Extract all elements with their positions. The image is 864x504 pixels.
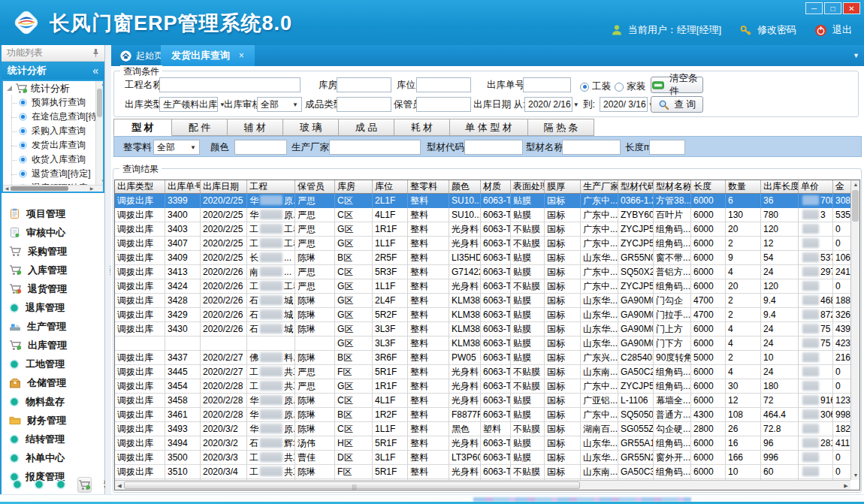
column-header[interactable]: 数量 <box>726 180 761 193</box>
tree-item[interactable]: 采购入库查询 <box>3 124 103 138</box>
column-header[interactable]: 表面处理 <box>511 180 545 193</box>
material-tab-4[interactable]: 玻 璃 <box>283 119 339 136</box>
keeper-input[interactable] <box>416 97 471 112</box>
sidebar-item-退库管理[interactable]: 退库管理 <box>2 298 104 317</box>
quick-dot-icon[interactable] <box>56 479 66 490</box>
tree-item[interactable]: 发货出库查询 <box>3 138 103 152</box>
column-header[interactable]: 库房 <box>335 180 373 193</box>
table-row[interactable]: 调拨出库34942020/3/2石辉城汤伟H区5R1F整料光身料6063-T5贴… <box>115 436 850 451</box>
grid-horizontal-scrollbar[interactable]: ◀ ||| ▶ <box>115 480 850 490</box>
warehouse-input[interactable] <box>337 77 391 92</box>
column-header[interactable]: 颜色 <box>449 180 481 193</box>
whole-piece-select[interactable]: 全部▼ <box>153 140 200 155</box>
quick-dot-icon[interactable] <box>34 479 44 490</box>
profile-code-input[interactable] <box>464 140 523 155</box>
maximize-button[interactable]: □ <box>824 2 841 14</box>
tree-item[interactable]: 在途信息查询[待 <box>3 110 103 124</box>
material-tab-2[interactable]: 配 件 <box>172 119 228 136</box>
table-row[interactable]: 调拨出库34002020/2/25华原...严思C区4L1F整料SU10...6… <box>115 208 850 222</box>
tree-vertical-scrollbar[interactable]: ▲ ▼ <box>95 81 103 185</box>
tree-item[interactable]: 预算执行查询 <box>3 95 103 110</box>
column-header[interactable]: 保管员 <box>295 180 335 193</box>
tab-list-dropdown-icon[interactable]: ▼ <box>853 52 859 59</box>
expander-icon[interactable] <box>7 86 12 91</box>
sidebar-item-出库管理[interactable]: 出库管理 <box>2 336 104 355</box>
out-type-select[interactable]: 生产领料出库▼ <box>159 97 218 112</box>
column-header[interactable]: 型材代码 <box>618 180 654 193</box>
sidebar-item-退货管理[interactable]: 退货管理 <box>2 279 104 298</box>
table-row[interactable]: 调拨出库34542020/2/28工共工程严思G区1R1F整料光身料6063-T… <box>115 379 850 394</box>
order-no-input[interactable] <box>523 77 571 92</box>
radio-home-install[interactable]: 家装 <box>615 80 645 93</box>
search-button[interactable]: 查 询 <box>651 96 703 113</box>
clear-conditions-button[interactable]: 清空条件 <box>651 77 703 93</box>
table-row[interactable]: 调拨出库35102020/3/4工共工程陈琳F区5R1F整料光身料6063-T5… <box>115 465 850 479</box>
sidebar-item-入库管理[interactable]: 入库管理 <box>2 261 104 279</box>
manufacturer-input[interactable] <box>329 140 421 155</box>
sidebar-item-采购管理[interactable]: 采购管理 <box>2 242 104 261</box>
tab-active[interactable]: 发货出库查询 × <box>161 45 255 66</box>
change-password-link[interactable]: 修改密码 <box>757 23 796 37</box>
radio-work-install[interactable]: 工装 <box>580 80 611 93</box>
column-header[interactable]: 型材名称 <box>654 180 691 193</box>
tree-horizontal-scrollbar[interactable]: ◀ ▶ <box>3 185 103 192</box>
table-row[interactable]: 调拨出库34242020/2/26工工程严思G区1L1F整料光身料6063-T5… <box>115 279 850 294</box>
material-tab-1[interactable]: 型 材 <box>113 119 172 136</box>
table-row[interactable]: 调拨出库34452020/2/27工共工程严思F区5R1F整料光身料6063-T… <box>115 365 850 379</box>
logout-link[interactable]: 退出 <box>832 23 852 37</box>
column-header[interactable]: 出库日期 <box>201 180 247 193</box>
column-header[interactable]: 整零料 <box>408 180 449 193</box>
quick-dot-icon[interactable] <box>12 479 23 490</box>
sidebar-item-财务管理[interactable]: 财务管理 <box>2 411 104 430</box>
table-row[interactable]: G区3L3F整料KLM38176063-T5贴膜国标山东华...GA90M09.… <box>115 337 850 351</box>
table-row[interactable]: 调拨出库34072020/2/25工工程严思G区1L1F整料光身料6063-T5… <box>115 237 850 251</box>
column-header[interactable]: 出库长度 <box>761 180 799 193</box>
date-to-picker[interactable]: 2020/ 3/16▼ <box>600 97 648 112</box>
collapse-icon[interactable]: « <box>92 62 98 80</box>
sidebar-item-仓储管理[interactable]: 仓储管理 <box>2 373 104 392</box>
table-row[interactable]: 调拨出库35002020/3/3工共工程曹佳D区3L1F整料LT3P606063… <box>115 451 850 465</box>
table-row[interactable]: 调拨出库34292020/2/26石城陈琳G区5R2F整料KLM38176063… <box>115 308 850 322</box>
column-header[interactable]: 生产厂家 <box>581 180 618 193</box>
color-input[interactable] <box>234 140 287 155</box>
table-row[interactable]: 调拨出库34582020/2/28华原...陈琳C区4L1F整料光身料6063-… <box>115 394 850 408</box>
tree-item[interactable]: 退货查询[待定] <box>3 167 103 181</box>
column-header[interactable]: 材质 <box>481 180 511 193</box>
column-header[interactable]: 出库单号 <box>165 180 201 193</box>
audit-select[interactable]: 全部▼ <box>257 97 302 112</box>
minimize-button[interactable]: ─ <box>805 2 823 14</box>
table-row[interactable]: 调拨出库34612020/2/28华原...陈琳B区1R2F整料F8877FT6… <box>115 408 850 422</box>
date-from-picker[interactable]: 2020/ 2/16▼ <box>524 97 572 112</box>
sidebar-item-结转管理[interactable]: 结转管理 <box>2 430 104 448</box>
column-header[interactable]: 长度 <box>691 180 726 193</box>
column-header[interactable]: 单价 <box>799 180 833 193</box>
tab-close-icon[interactable]: × <box>239 50 244 61</box>
material-tab-6[interactable]: 耗 材 <box>394 119 450 136</box>
material-tab-3[interactable]: 辅 材 <box>228 119 283 136</box>
sidebar-item-补单中心[interactable]: 补单中心 <box>2 448 104 467</box>
column-header[interactable]: 工程 <box>247 180 295 193</box>
table-row[interactable]: 调拨出库34132020/2/26南...严思C区5R3F整料G71422606… <box>115 265 850 279</box>
sidebar-item-审核中心[interactable]: 审核中心 <box>2 223 104 242</box>
table-row[interactable]: 调拨出库34092020/2/25长...陈琳B区2R5F整料LI35HD606… <box>115 251 850 265</box>
length-input[interactable] <box>649 140 685 155</box>
grid-vertical-scrollbar[interactable]: ▲ ▼ <box>850 180 859 480</box>
table-row[interactable]: 调拨出库33992020/2/25华原...严思C区2L1F整料SU10...6… <box>115 194 850 208</box>
pin-icon[interactable] <box>92 48 99 58</box>
sidebar-item-工地管理[interactable]: 工地管理 <box>2 355 104 373</box>
table-row[interactable]: 调拨出库34302020/2/26石城陈琳G区3L3F整料KLM38176063… <box>115 322 850 337</box>
sidebar-item-生产管理[interactable]: 生产管理 <box>2 317 104 336</box>
product-type-input[interactable] <box>337 97 391 112</box>
material-tab-7[interactable]: 单 体 型 材 <box>450 119 528 136</box>
stats-group-header[interactable]: 统计分析 « <box>2 62 104 80</box>
table-row[interactable]: 调拨出库34032020/2/25工工程严思G区1R1F整料光身料6063-T5… <box>115 222 850 237</box>
close-button[interactable]: ✕ <box>843 2 860 14</box>
sidebar-item-项目管理[interactable]: 项目管理 <box>2 204 104 223</box>
sidebar-item-物料盘存[interactable]: 物料盘存 <box>2 392 104 411</box>
column-header[interactable]: 库位 <box>373 180 408 193</box>
project-name-input[interactable] <box>159 77 301 92</box>
tree-item[interactable]: 收货入库查询 <box>3 152 103 167</box>
column-header[interactable]: 膜厚 <box>545 180 581 193</box>
profile-name-input[interactable] <box>562 140 621 155</box>
column-header[interactable]: 出库类型 <box>115 180 165 193</box>
